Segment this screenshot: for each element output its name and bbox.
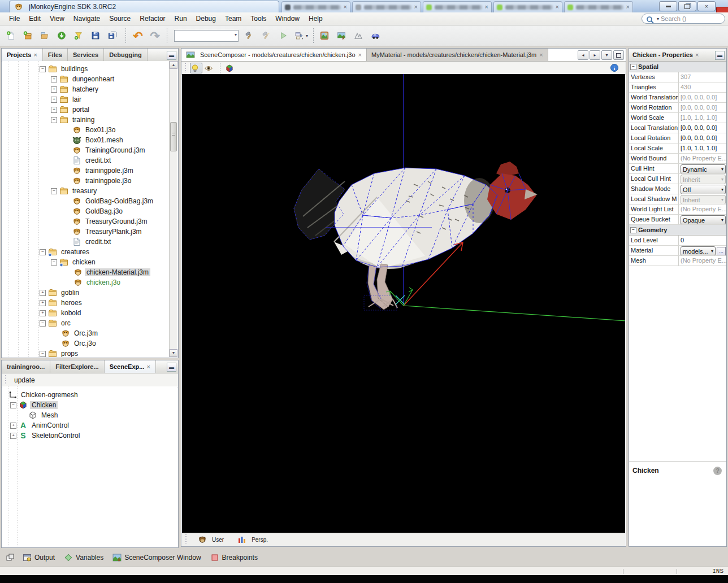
- menu-item-debug[interactable]: Debug: [192, 14, 220, 24]
- vehicle-creator-button[interactable]: [369, 28, 384, 43]
- run-button[interactable]: [276, 28, 292, 43]
- collapse-handle[interactable]: −: [51, 117, 57, 123]
- tab-close-icon[interactable]: ×: [485, 4, 488, 10]
- help-icon[interactable]: ?: [713, 467, 722, 475]
- tab-close-icon[interactable]: ×: [358, 51, 362, 58]
- background-tab[interactable]: ×: [281, 1, 350, 12]
- redo-button[interactable]: ↷: [147, 28, 163, 43]
- tree-item-portal[interactable]: +portal: [2, 105, 170, 115]
- prop-combobox-material[interactable]: models...▾: [681, 246, 716, 255]
- search-box[interactable]: ▾ Search (): [642, 14, 725, 24]
- collapse-handle[interactable]: −: [40, 351, 46, 357]
- scroll-thumb[interactable]: [170, 122, 177, 151]
- maximize-editor-button[interactable]: [613, 50, 624, 60]
- tree-item-creatures[interactable]: −creatures: [2, 247, 170, 257]
- close-button[interactable]: ×: [697, 1, 716, 11]
- panel-tab-trainingroo[interactable]: trainingroo...: [2, 360, 50, 373]
- tab-close-icon[interactable]: ×: [414, 4, 418, 10]
- background-tab[interactable]: ×: [493, 1, 562, 12]
- scroll-tabs-left-button[interactable]: ◂: [578, 50, 588, 60]
- expand-handle[interactable]: +: [10, 433, 16, 439]
- menu-item-source[interactable]: Source: [105, 14, 135, 24]
- panel-tab-filterexplore[interactable]: FilterExplore...: [50, 360, 104, 373]
- tree-item-box01-j3o[interactable]: Box01.j3o: [2, 125, 170, 135]
- menu-item-file[interactable]: File: [5, 14, 24, 24]
- scene-editor-button[interactable]: [335, 28, 350, 43]
- debug-button[interactable]: ▾: [293, 28, 309, 43]
- expand-handle[interactable]: +: [40, 300, 46, 306]
- tree-item-orc-j3m[interactable]: Orc.j3m: [2, 328, 170, 338]
- statusbar-variables-button[interactable]: Variables: [60, 551, 107, 564]
- tree-item-mesh[interactable]: Mesh: [2, 410, 177, 420]
- panel-tab-sceneexp[interactable]: SceneExp...×: [105, 360, 156, 373]
- menu-item-view[interactable]: View: [45, 14, 69, 24]
- expand-handle[interactable]: +: [51, 86, 57, 93]
- tree-item-heroes[interactable]: +heroes: [2, 298, 170, 308]
- tree-item-trainingpole-j3o[interactable]: trainingpole.j3o: [2, 176, 170, 186]
- tab-list-dropdown-button[interactable]: ▾: [601, 50, 612, 60]
- tree-item-lair[interactable]: +lair: [2, 94, 170, 105]
- prop-combobox-cull-hint[interactable]: Dynamic▾: [681, 164, 726, 173]
- tree-item-chicken-ogremesh[interactable]: Chicken-ogremesh: [2, 390, 177, 400]
- collapse-handle[interactable]: −: [40, 249, 46, 255]
- clean-build-button[interactable]: [259, 28, 275, 43]
- tab-close-icon[interactable]: ×: [539, 51, 543, 58]
- 3d-viewport[interactable]: [182, 74, 625, 534]
- show-selection-button[interactable]: [224, 63, 237, 73]
- menu-item-refactor[interactable]: Refactor: [135, 14, 170, 24]
- info-icon[interactable]: i: [610, 63, 619, 72]
- mountains-button[interactable]: [352, 28, 367, 43]
- collapse-handle[interactable]: −: [630, 227, 636, 233]
- tab-close-icon[interactable]: ×: [344, 4, 347, 10]
- panel-tab-services[interactable]: Services: [68, 49, 104, 61]
- statusbar-scenecomposer-window-button[interactable]: SceneComposer Window: [109, 551, 204, 564]
- tree-item-trainingground-j3m[interactable]: TrainingGround.j3m: [2, 145, 170, 155]
- background-tab[interactable]: ×: [352, 1, 421, 12]
- terrain-editor-button[interactable]: [318, 28, 333, 43]
- prop-value[interactable]: [0.0, 0.0, 0.0]: [679, 133, 726, 143]
- open-project-button[interactable]: [38, 28, 54, 43]
- collapse-handle[interactable]: −: [630, 64, 636, 70]
- expand-handle[interactable]: +: [10, 423, 16, 429]
- camera-visibility-button[interactable]: [203, 63, 216, 73]
- background-tab[interactable]: ×: [564, 1, 633, 12]
- dock-icon[interactable]: [6, 553, 15, 562]
- update-button[interactable]: update: [10, 375, 40, 385]
- toggle-light-button[interactable]: [190, 63, 202, 73]
- expand-handle[interactable]: +: [51, 97, 57, 103]
- tab-close-icon[interactable]: ×: [626, 4, 630, 10]
- scroll-up-button[interactable]: ▲: [170, 61, 177, 69]
- statusbar-breakpoints-button[interactable]: Breakpoints: [207, 551, 261, 564]
- background-tab[interactable]: ×: [423, 1, 492, 12]
- tree-item-props[interactable]: −props: [2, 349, 170, 357]
- new-file-button[interactable]: [4, 28, 20, 43]
- projects-scrollbar[interactable]: ▲ ▼: [169, 61, 177, 357]
- expand-handle[interactable]: +: [40, 310, 46, 316]
- tree-item-chicken[interactable]: −chicken: [2, 257, 170, 267]
- tab-close-icon[interactable]: ×: [146, 363, 150, 370]
- menu-item-run[interactable]: Run: [170, 14, 192, 24]
- menu-item-tools[interactable]: Tools: [246, 14, 271, 24]
- tree-item-training[interactable]: −training: [2, 115, 170, 125]
- tree-item-box01-mesh[interactable]: Box01.mesh: [2, 135, 170, 145]
- collapse-handle[interactable]: −: [40, 320, 46, 327]
- tree-item-skeletoncontrol[interactable]: +SSkeletonControl: [2, 430, 177, 441]
- chevron-down-icon[interactable]: ▾: [306, 33, 308, 38]
- restore-button[interactable]: [678, 1, 696, 11]
- tree-item-credit-txt[interactable]: credit.txt: [2, 237, 170, 247]
- menu-item-edit[interactable]: Edit: [24, 14, 45, 24]
- tree-item-goldbag-j3o[interactable]: GoldBag.j3o: [2, 206, 170, 216]
- config-combobox[interactable]: ▾: [174, 30, 239, 42]
- new-project-button[interactable]: [21, 28, 37, 43]
- collapse-handle[interactable]: −: [51, 259, 57, 266]
- collapse-handle[interactable]: −: [10, 402, 16, 408]
- panel-minimize-button[interactable]: ▬: [167, 363, 176, 372]
- collapse-handle[interactable]: −: [51, 188, 57, 194]
- tree-item-chicken-material-j3m[interactable]: chicken-Material.j3m: [2, 267, 170, 277]
- tree-item-chicken[interactable]: −Chicken: [2, 400, 177, 410]
- menu-item-help[interactable]: Help: [304, 14, 327, 24]
- panel-minimize-button[interactable]: ▬: [167, 51, 176, 60]
- save-all-button[interactable]: [106, 28, 122, 43]
- prop-combobox-queue-bucket[interactable]: Opaque▾: [681, 215, 726, 224]
- panel-tab-files[interactable]: Files: [43, 49, 68, 61]
